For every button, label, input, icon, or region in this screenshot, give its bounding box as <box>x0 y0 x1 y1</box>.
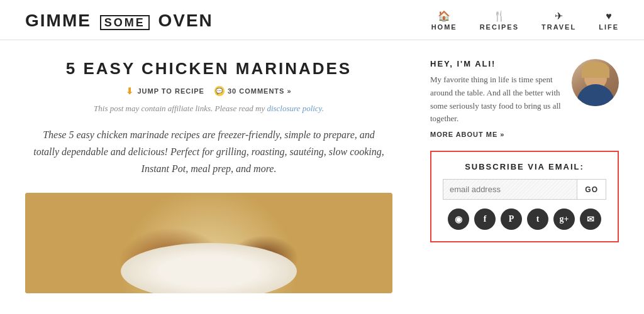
pinterest-icon[interactable]: P <box>501 208 522 230</box>
article-title: 5 EASY CHICKEN MARINADES <box>25 59 392 78</box>
disclosure-period: . <box>322 104 324 113</box>
nav-travel-label: TRAVEL <box>541 23 576 31</box>
travel-icon: ✈ <box>555 11 563 21</box>
site-header: GIMME SOME OVEN 🏠 HOME 🍴 RECIPES ✈ TRAVE… <box>0 0 644 40</box>
article-image <box>25 193 392 293</box>
jump-label: JUMP TO RECIPE <box>137 87 204 95</box>
nav-home[interactable]: 🏠 HOME <box>431 11 457 31</box>
jump-to-recipe-link[interactable]: ⬇ JUMP TO RECIPE <box>126 86 204 96</box>
nav-travel[interactable]: ✈ TRAVEL <box>541 11 576 31</box>
email-row: GO <box>443 179 606 200</box>
about-desc: My favorite thing in life is time spent … <box>430 73 563 126</box>
subscribe-box: SUBSCRIBE VIA EMAIL: GO ◉ f P t g+ ✉ <box>430 151 619 242</box>
nav-home-label: HOME <box>431 23 457 31</box>
disclosure-link[interactable]: disclosure policy <box>267 104 321 113</box>
avatar-hair <box>582 62 609 78</box>
logo-gimme: GIMME <box>25 11 91 30</box>
about-section: HEY, I'M ALI! My favorite thing in life … <box>430 59 619 138</box>
article-meta: ⬇ JUMP TO RECIPE 💬 30 COMMENTS » <box>25 86 392 96</box>
twitter-icon[interactable]: t <box>527 208 548 230</box>
logo-oven: OVEN <box>158 11 213 30</box>
site-logo[interactable]: GIMME SOME OVEN <box>25 12 213 30</box>
article-area: 5 EASY CHICKEN MARINADES ⬇ JUMP TO RECIP… <box>25 40 405 293</box>
email-input[interactable] <box>443 180 577 199</box>
jump-arrow-icon: ⬇ <box>126 86 134 96</box>
nav-life-label: LIFE <box>599 23 619 31</box>
sidebar: HEY, I'M ALI! My favorite thing in life … <box>430 40 619 293</box>
disclosure-prefix: This post may contain affiliate links. P… <box>94 104 265 113</box>
logo-some: SOME <box>100 15 150 30</box>
article-intro: These 5 easy chicken marinade recipes ar… <box>25 126 392 178</box>
recipes-icon: 🍴 <box>493 11 506 21</box>
about-text: HEY, I'M ALI! My favorite thing in life … <box>430 59 563 138</box>
avatar <box>572 59 619 106</box>
nav-life[interactable]: ♥ LIFE <box>599 11 619 31</box>
go-button[interactable]: GO <box>577 180 606 199</box>
about-title: HEY, I'M ALI! <box>430 59 563 68</box>
comments-label: 30 COMMENTS » <box>228 87 292 95</box>
facebook-icon[interactable]: f <box>474 208 496 230</box>
nav-recipes[interactable]: 🍴 RECIPES <box>480 11 519 31</box>
nav-recipes-label: RECIPES <box>480 23 519 31</box>
googleplus-icon[interactable]: g+ <box>553 208 575 230</box>
about-more-link[interactable]: MORE ABOUT ME » <box>430 131 563 138</box>
main-content: 5 EASY CHICKEN MARINADES ⬇ JUMP TO RECIP… <box>0 40 644 293</box>
disclosure-text: This post may contain affiliate links. P… <box>25 104 392 114</box>
food-plate-decoration <box>121 243 297 293</box>
subscribe-title: SUBSCRIBE VIA EMAIL: <box>443 162 606 171</box>
comments-link[interactable]: 💬 30 COMMENTS » <box>214 86 292 96</box>
rss-icon[interactable]: ◉ <box>448 208 469 230</box>
life-icon: ♥ <box>606 11 612 21</box>
home-icon: 🏠 <box>438 11 450 21</box>
comments-bubble-icon: 💬 <box>214 86 225 96</box>
social-icons: ◉ f P t g+ ✉ <box>443 208 606 230</box>
email-icon[interactable]: ✉ <box>580 208 601 230</box>
main-nav: 🏠 HOME 🍴 RECIPES ✈ TRAVEL ♥ LIFE <box>431 11 619 31</box>
